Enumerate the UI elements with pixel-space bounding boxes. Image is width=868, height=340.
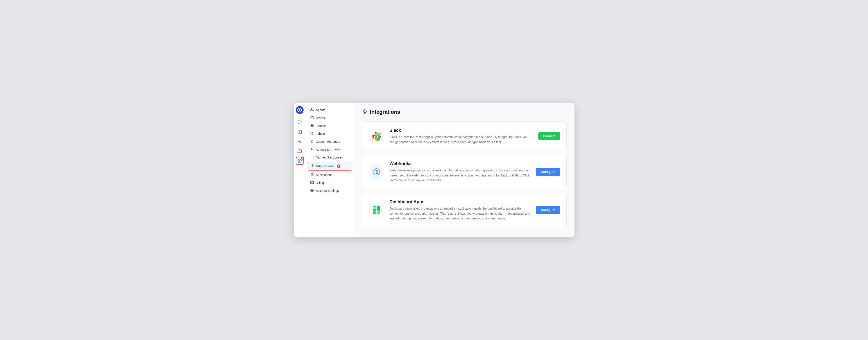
- svg-point-16: [311, 190, 312, 191]
- webhooks-integration-card: Webhooks Webhook events provide you the …: [362, 155, 567, 189]
- svg-marker-8: [311, 148, 313, 151]
- sidebar-item-billing-label: Billing: [316, 181, 324, 184]
- sidebar-item-account-settings[interactable]: Account Settings: [306, 187, 354, 195]
- svg-point-19: [376, 171, 377, 172]
- webhooks-card-content: Webhooks Webhook events provide you the …: [390, 161, 531, 182]
- teams-icon: [310, 116, 314, 120]
- conversations-nav-icon[interactable]: [296, 118, 304, 126]
- dashboard-apps-description: Dashboard Apps allow organizations to em…: [390, 206, 531, 221]
- sidebar-item-teams-label: Teams: [316, 116, 325, 120]
- slack-description: Slack is a chat tool that brings all you…: [390, 135, 533, 144]
- sidebar-item-agents-label: Agents: [316, 108, 326, 112]
- page-header-icon: [362, 109, 367, 115]
- svg-rect-12: [312, 175, 313, 176]
- webhooks-description: Webhook events provide you the realtime …: [390, 168, 531, 182]
- sidebar-item-custom-attributes-label: Custom Attributes: [316, 140, 340, 143]
- slack-logo: [369, 128, 384, 144]
- notifications-nav-icon[interactable]: [296, 147, 304, 155]
- sidebar-item-integrations-label: Integrations: [316, 164, 334, 168]
- svg-marker-9: [311, 165, 313, 168]
- svg-rect-14: [310, 181, 313, 184]
- svg-point-1: [299, 109, 300, 111]
- page-header: Integrations: [362, 109, 567, 115]
- svg-rect-20: [373, 206, 376, 210]
- automation-icon: [310, 147, 314, 151]
- svg-rect-11: [312, 173, 313, 174]
- svg-marker-7: [311, 140, 313, 143]
- slack-integration-card: Slack Slack is a chat tool that brings a…: [362, 122, 567, 151]
- agents-icon: [310, 108, 314, 112]
- dashboard-apps-card-content: Dashboard Apps Dashboard Apps allow orga…: [390, 199, 531, 221]
- sidebar-item-billing[interactable]: Billing: [306, 179, 354, 187]
- svg-rect-21: [377, 206, 380, 210]
- integrations-icon: [311, 164, 314, 168]
- settings-badge: 1: [301, 157, 304, 160]
- sidebar-item-automation[interactable]: Automation Beta: [306, 145, 354, 154]
- sidebar-item-custom-attributes[interactable]: Custom Attributes: [306, 138, 354, 145]
- svg-rect-2: [298, 130, 302, 134]
- main-content: Integrations: [354, 103, 575, 237]
- reports-nav-icon[interactable]: [296, 138, 304, 145]
- inboxes-icon: [310, 124, 314, 128]
- billing-icon: [310, 181, 314, 185]
- sidebar-item-teams[interactable]: Teams: [306, 114, 354, 122]
- app-window: 1 Agents Teams Inboxes Labels: [294, 103, 575, 237]
- sidebar-item-canned-responses[interactable]: Canned Responses: [306, 154, 354, 161]
- slack-title: Slack: [390, 128, 533, 133]
- svg-rect-22: [373, 210, 376, 213]
- sidebar-item-automation-label: Automation: [316, 148, 332, 151]
- svg-rect-23: [377, 210, 380, 213]
- page-title: Integrations: [370, 109, 400, 115]
- slack-card-content: Slack Slack is a chat tool that brings a…: [390, 128, 533, 144]
- labels-icon: [310, 132, 314, 136]
- automation-beta-badge: Beta: [334, 148, 341, 151]
- applications-icon: [310, 173, 314, 177]
- dashboard-apps-logo: [369, 202, 384, 218]
- integrations-notification-badge: 2: [337, 164, 340, 168]
- svg-rect-10: [311, 173, 311, 174]
- dashboard-apps-configure-button[interactable]: Configure: [536, 206, 560, 214]
- custom-attributes-icon: [310, 140, 314, 144]
- canned-responses-icon: [310, 156, 314, 159]
- sidebar-item-applications-label: Applications: [316, 173, 333, 177]
- sidebar-item-canned-responses-label: Canned Responses: [316, 156, 343, 159]
- svg-rect-13: [311, 175, 311, 176]
- webhooks-title: Webhooks: [390, 161, 531, 166]
- icon-rail: 1: [294, 103, 306, 237]
- app-logo[interactable]: [296, 106, 304, 114]
- sidebar-item-integrations[interactable]: Integrations 2: [308, 162, 352, 171]
- sidebar-item-labels[interactable]: Labels: [306, 130, 354, 138]
- sidebar-item-inboxes-label: Inboxes: [316, 124, 327, 128]
- dashboard-apps-integration-card: Dashboard Apps Dashboard Apps allow orga…: [362, 193, 567, 227]
- settings-nav-icon[interactable]: 1: [296, 157, 304, 165]
- slack-connect-button[interactable]: Connect: [538, 132, 560, 140]
- contacts-nav-icon[interactable]: [296, 128, 304, 136]
- sidebar-item-applications[interactable]: Applications: [306, 171, 354, 179]
- account-settings-icon: [310, 189, 314, 193]
- webhooks-logo: [369, 164, 384, 180]
- sidebar-item-labels-label: Labels: [316, 132, 325, 135]
- svg-marker-17: [363, 109, 367, 113]
- svg-rect-5: [311, 117, 313, 119]
- webhooks-configure-button[interactable]: Configure: [536, 168, 560, 176]
- svg-point-4: [311, 108, 312, 110]
- sidebar-item-agents[interactable]: Agents: [306, 106, 354, 114]
- dashboard-apps-title: Dashboard Apps: [390, 199, 531, 204]
- sidebar-item-account-settings-label: Account Settings: [316, 189, 339, 193]
- svg-point-3: [299, 161, 300, 162]
- sidebar: Agents Teams Inboxes Labels Custom Attri…: [306, 103, 354, 237]
- sidebar-item-inboxes[interactable]: Inboxes: [306, 122, 354, 130]
